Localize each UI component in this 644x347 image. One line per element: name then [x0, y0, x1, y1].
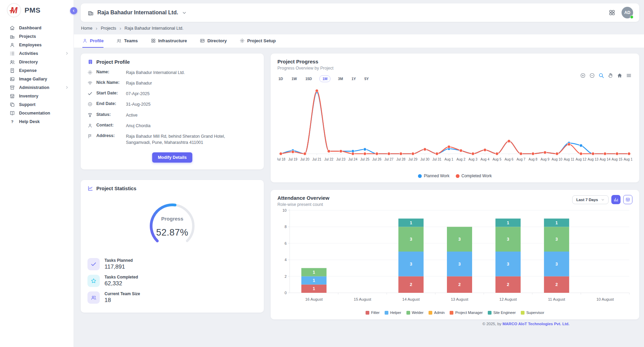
range-15d[interactable]: 15D	[304, 75, 313, 82]
legend-label: Site Engineer	[493, 311, 516, 315]
home-icon	[10, 25, 15, 31]
svg-text:Jul 25: Jul 25	[360, 157, 370, 161]
attendance-overview-card: Attendance Overview Role-wise present co…	[271, 190, 639, 319]
breadcrumb-projects[interactable]: Projects	[101, 26, 116, 31]
circle-dot-icon	[87, 102, 93, 107]
tab-directory[interactable]: Directory	[200, 34, 227, 48]
projects-icon	[10, 34, 15, 39]
svg-text:Aug 8: Aug 8	[529, 157, 538, 161]
apps-grid-icon[interactable]	[609, 9, 615, 16]
svg-text:3: 3	[458, 237, 461, 242]
tab-project-setup[interactable]: Project Setup	[240, 34, 276, 48]
field-label: End Date:	[96, 101, 122, 106]
sidebar-item-help-desk[interactable]: ?Help Desk	[0, 117, 74, 126]
sidebar-item-projects[interactable]: Projects	[0, 32, 74, 41]
svg-text:16 August: 16 August	[305, 297, 323, 301]
sidebar-item-dashboard[interactable]: Dashboard	[0, 24, 74, 32]
breadcrumb-separator: ›	[96, 26, 97, 31]
sidebar-nav: DashboardProjectsEmployeesActivitiesDire…	[0, 24, 74, 126]
svg-text:Aug 1: Aug 1	[445, 157, 454, 161]
stat-current-team-size: Current Team Size18	[87, 291, 257, 304]
star-icon	[87, 275, 100, 287]
building-icon	[87, 10, 94, 16]
sidebar-item-employees[interactable]: Employees	[0, 41, 74, 49]
tab-infrastructure[interactable]: Infrastructure	[151, 34, 187, 48]
top-header: Raja Bahadur International Ltd. AD	[81, 3, 639, 22]
field-value: Raja Bahadur Mill Rd, behind Sheraton Gr…	[126, 133, 238, 146]
book-icon	[10, 110, 15, 116]
range-1y[interactable]: 1Y	[351, 75, 357, 82]
legend-marker	[418, 174, 422, 178]
range-1m[interactable]: 1M	[319, 75, 331, 82]
sidebar-collapse-button[interactable]	[70, 7, 77, 14]
zoom-out-icon[interactable]	[589, 73, 595, 78]
tab-label: Teams	[124, 38, 138, 43]
profile-field-address-: Address:Raja Bahadur Mill Rd, behind She…	[87, 133, 257, 146]
tab-teams[interactable]: Teams	[116, 34, 138, 48]
svg-text:1: 1	[507, 221, 509, 225]
flag-icon	[87, 134, 93, 139]
chevron-right-icon	[65, 86, 69, 89]
legend-welder[interactable]: Welder	[406, 311, 424, 315]
zoom-in-icon[interactable]	[580, 73, 586, 78]
legend-label: Supervisor	[526, 311, 544, 315]
svg-text:2: 2	[410, 282, 412, 287]
sidebar-item-support[interactable]: Support	[0, 100, 74, 109]
sidebar-item-label: Inventory	[19, 94, 38, 99]
team-icon	[87, 291, 100, 304]
selection-zoom-icon[interactable]	[598, 73, 604, 78]
range-1w[interactable]: 1W	[290, 75, 298, 82]
legend-project-manager[interactable]: Project Manager	[450, 311, 483, 315]
progress-card-subtitle: Progress Overview by Project	[277, 66, 632, 71]
pan-icon[interactable]	[608, 73, 613, 78]
svg-text:Jul 24: Jul 24	[348, 157, 357, 161]
legend-fitter[interactable]: Fitter	[366, 311, 380, 315]
attendance-range-select[interactable]: Last 7 Days	[572, 195, 609, 204]
stat-label: Current Team Size	[104, 291, 140, 296]
range-3m[interactable]: 3M	[337, 75, 344, 82]
legend-label: Admin	[434, 311, 445, 315]
copy-icon	[10, 102, 15, 107]
modify-details-button[interactable]: Modify Details	[152, 152, 193, 163]
attendance-card-subtitle: Role-wise present count	[277, 202, 329, 207]
sidebar-item-image-gallary[interactable]: Image Gallary	[0, 75, 74, 83]
sidebar-item-inventory[interactable]: Inventory	[0, 92, 74, 100]
svg-text:Aug 9: Aug 9	[541, 157, 550, 161]
sidebar-item-directory[interactable]: Directory	[0, 58, 74, 66]
tab-profile[interactable]: Profile	[82, 34, 103, 48]
sidebar-item-activities[interactable]: Activities	[0, 49, 74, 58]
home-reset-icon[interactable]	[617, 73, 623, 78]
svg-text:Aug 16: Aug 16	[624, 157, 632, 161]
menu-icon[interactable]	[626, 73, 632, 78]
legend-completed-work[interactable]: Completed Work	[456, 174, 492, 178]
breadcrumb-home[interactable]: Home	[81, 26, 92, 31]
sidebar-item-label: Employees	[19, 43, 42, 47]
chart-line-icon	[87, 185, 93, 191]
legend-planned-work[interactable]: Planned Work	[418, 174, 449, 178]
legend-label: Helper	[390, 311, 401, 315]
project-progress-chart: Jul 18Jul 19Jul 20Jul 21Jul 22Jul 23Jul …	[277, 82, 632, 171]
wifi-icon	[87, 80, 93, 86]
legend-label: Fitter	[371, 311, 380, 315]
legend-helper[interactable]: Helper	[385, 311, 401, 315]
svg-text:Aug 3: Aug 3	[468, 157, 478, 161]
check-icon	[87, 258, 100, 270]
legend-site-engineer[interactable]: Site Engineer	[488, 311, 516, 315]
bar-view-toggle[interactable]	[611, 195, 621, 204]
sidebar-item-administration[interactable]: Administration	[0, 83, 74, 92]
stat-value: 117,891	[104, 263, 133, 270]
company-selector[interactable]: Raja Bahadur International Ltd.	[87, 10, 187, 16]
sidebar-item-expense[interactable]: Expense	[0, 66, 74, 75]
sidebar-item-documentation[interactable]: Documentation	[0, 109, 74, 117]
legend-supervisor[interactable]: Supervisor	[521, 311, 544, 315]
table-view-toggle[interactable]	[623, 195, 632, 204]
svg-text:3: 3	[507, 237, 509, 242]
range-1d[interactable]: 1D	[277, 75, 284, 82]
chevron-right-icon	[65, 51, 69, 55]
chart-toolbar	[580, 73, 632, 78]
range-5y[interactable]: 5Y	[363, 75, 370, 82]
footer-company-link[interactable]: MARCO AIoT Technologies Pvt. Ltd.	[502, 322, 569, 326]
user-avatar[interactable]: AD	[622, 7, 633, 18]
brand: M PMS	[0, 0, 74, 20]
legend-admin[interactable]: Admin	[429, 311, 445, 315]
